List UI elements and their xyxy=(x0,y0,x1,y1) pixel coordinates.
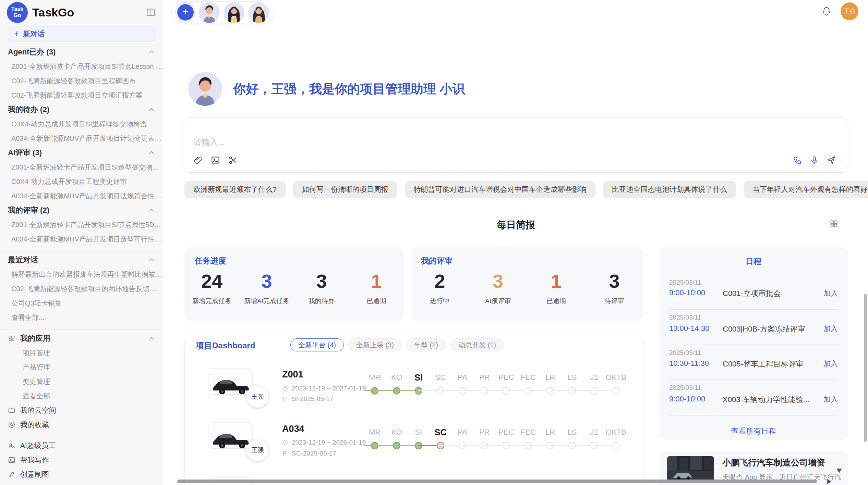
sidebar-task-item[interactable]: C02-飞腾新能源轻客改款项目立项汇报方案 xyxy=(0,88,163,102)
tab-all-new-platform[interactable]: 全新平台 (4) xyxy=(290,338,344,351)
logo-line1: Task xyxy=(11,6,23,12)
my-apps-header[interactable]: 我的应用 xyxy=(0,331,163,346)
agent-avatar-3[interactable] xyxy=(248,2,269,23)
section-title: 我的待办 (2) xyxy=(8,104,49,115)
ai-super-staff[interactable]: AI超级员工 xyxy=(0,438,163,453)
sidebar-task-item[interactable]: Z001-全新燃油皮卡产品开发项目SI节点Lesson Learn报告 xyxy=(0,59,163,74)
notification-bell-icon[interactable] xyxy=(821,6,832,16)
project-dates-row: 2023-12-19 ~ 2027-01-19 xyxy=(282,385,366,392)
stat-my-todo: 3我的待办 xyxy=(294,270,349,306)
suggestion-chip[interactable]: 欧洲新规最近颁布了什么? xyxy=(184,181,286,198)
stat-overdue: 1已逾期 xyxy=(349,270,404,306)
scroll-down-arrow[interactable] xyxy=(836,469,842,473)
app-window: Task Go TaskGo + 新对话 Agent已办 (3) Z001-全新… xyxy=(0,0,868,485)
sidebar-task-item[interactable]: Z001-全新燃油轻卡产品开发项目SI造型提交物评审 xyxy=(0,160,163,174)
microphone-icon[interactable] xyxy=(810,156,819,165)
greeting-row: 你好，王强，我是你的项目管理助理 小识 xyxy=(188,72,465,106)
recent-chat-item[interactable]: 解释最新出台的欧盟报废车法规再生塑料比例被调至15%... xyxy=(0,267,163,282)
scissors-icon[interactable] xyxy=(228,156,238,165)
project-image xyxy=(208,422,253,453)
scroll-right-arrow[interactable] xyxy=(827,479,831,484)
chevron-up-icon[interactable] xyxy=(148,207,155,214)
my-favorites-label: 我的收藏 xyxy=(20,420,49,430)
project-code[interactable]: Z001 xyxy=(282,369,303,380)
sidebar-task-item[interactable]: C0X4-动力总成开发项目工程变更评审 xyxy=(0,174,163,189)
view-all-schedule-link[interactable]: 查看所有日程 xyxy=(659,426,848,436)
tab-powertrain-dev[interactable]: 动总开发 (1) xyxy=(450,338,504,351)
sidebar-task-item[interactable]: A034-全新新能源MUV产品开发项目计划变更表编写 xyxy=(0,131,163,146)
news-title: 小鹏飞行汽车制造公司增资 xyxy=(722,457,825,468)
chevron-up-icon[interactable] xyxy=(148,106,155,113)
section-header-my-todo[interactable]: 我的待办 (2) xyxy=(0,102,163,117)
suggestion-chip[interactable]: 比亚迪全固态电池计划具体说了什么 xyxy=(603,181,736,198)
chevron-up-icon[interactable] xyxy=(148,335,155,342)
sidebar-task-item[interactable]: A034-全新新能源MUV产品开发项目法规符合性评审 xyxy=(0,189,163,203)
project-code[interactable]: A034 xyxy=(282,424,304,434)
section-header-my-review[interactable]: 我的评审 (2) xyxy=(0,203,163,217)
section-header-recent-chats[interactable]: 最近对话 xyxy=(0,253,163,267)
app-item-change-mgmt[interactable]: 变更管理 xyxy=(0,374,163,389)
section-header-agent-done[interactable]: Agent已办 (3) xyxy=(0,45,163,59)
join-link[interactable]: 加入 xyxy=(823,395,838,404)
agent-avatar-1[interactable] xyxy=(199,2,220,23)
milestone-timeline: MRKOSISCPAPRPECFECLRLSJ1OKTB xyxy=(364,371,641,399)
project-image xyxy=(208,368,253,399)
recent-chat-item[interactable]: C02-飞腾新能源轻客改款项目的闭环通告反馈情况 xyxy=(0,282,163,296)
suggestion-chips: 欧洲新规最近颁布了什么? 如何写一份清晰的项目周报 特朗普可能对进口汽车增税会对… xyxy=(184,181,868,198)
join-link[interactable]: 加入 xyxy=(823,359,838,369)
app-logo: Task Go xyxy=(7,2,28,23)
chevron-up-icon[interactable] xyxy=(148,149,155,156)
new-chat-button[interactable]: + 新对话 xyxy=(8,26,155,41)
add-conversation-button[interactable]: + xyxy=(177,4,194,21)
sidebar-task-item[interactable]: C02-飞腾新能源轻客改款项目里程碑画布 xyxy=(0,74,163,88)
agent-avatar-2[interactable] xyxy=(224,2,244,23)
sidebar-task-item[interactable]: A034-全新新能源MUV产品开发项目造型可行性评审 xyxy=(0,232,163,246)
send-icon[interactable] xyxy=(827,156,836,165)
pen-icon xyxy=(8,471,15,478)
sidebar-task-item[interactable]: Z001-全新燃油轻卡产品开发项目SI节点属性5D文件评审 xyxy=(0,217,163,232)
help-me-write[interactable]: 帮我写作 xyxy=(0,453,163,467)
suggestion-chip[interactable]: 特朗普可能对进口汽车增税会对中国车企造成哪些影响 xyxy=(405,181,595,198)
my-cloud-label: 我的云空间 xyxy=(20,406,56,415)
image-icon[interactable] xyxy=(211,156,220,165)
join-link[interactable]: 加入 xyxy=(823,288,838,298)
schedule-date: 2025/03/11 xyxy=(669,384,701,391)
chevron-up-icon[interactable] xyxy=(148,49,155,55)
my-favorites[interactable]: 我的收藏 xyxy=(0,418,163,432)
project-owner-badge: 王强 xyxy=(246,386,268,408)
suggestion-chip[interactable]: 如何写一份清晰的项目周报 xyxy=(293,181,397,198)
chevron-up-icon[interactable] xyxy=(148,257,155,263)
task-progress-card: 任务进度 24新增完成任务 3新增AI完成任务 3我的待办 1已逾期 xyxy=(184,247,404,321)
app-item-product-mgmt[interactable]: 产品管理 xyxy=(0,360,163,374)
vertical-scrollbar[interactable] xyxy=(864,294,867,442)
horizontal-scrollbar[interactable] xyxy=(177,480,817,483)
stat-in-progress: 2进行中 xyxy=(411,270,469,306)
sidebar-task-item[interactable]: C0X4-动力总成开发项目SI里程碑提交物检查 xyxy=(0,117,163,131)
clock-icon xyxy=(282,385,288,391)
creative-drawing[interactable]: 创意制图 xyxy=(0,467,163,482)
join-link[interactable]: 加入 xyxy=(823,324,838,334)
project-flag-row: SI-2025-05-17 xyxy=(282,395,333,403)
tab-all-new-body[interactable]: 全新上装 (3) xyxy=(348,338,402,351)
milestone-dot[interactable] xyxy=(612,442,620,449)
chat-input[interactable] xyxy=(193,137,673,147)
milestone-dot[interactable] xyxy=(612,387,620,395)
suggestion-chip[interactable]: 当下年轻人对汽车外观有怎样的喜好趋势 xyxy=(744,181,868,198)
schedule-event-name: X003-车辆动力学性能验... xyxy=(723,395,809,405)
help-me-write-label: 帮我写作 xyxy=(20,455,49,465)
user-avatar[interactable]: 王强 xyxy=(841,2,858,20)
sidebar-collapse-icon[interactable] xyxy=(146,7,156,17)
section-header-ai-review[interactable]: AI评审 (3) xyxy=(0,146,163,160)
paperclip-icon[interactable] xyxy=(193,156,203,165)
briefing-layout-icon[interactable] xyxy=(829,219,839,228)
recent-chat-view-all[interactable]: 查看全部... xyxy=(0,310,163,325)
news-image xyxy=(667,456,714,482)
dashboard-title: 项目Dashboard xyxy=(196,339,255,352)
section-title: Agent已办 (3) xyxy=(8,47,56,57)
tab-year-model[interactable]: 年型 (2) xyxy=(406,338,446,351)
app-item-project-mgmt[interactable]: 项目管理 xyxy=(0,346,163,360)
app-item-view-all[interactable]: 查看全部... xyxy=(0,389,163,403)
recent-chat-item[interactable]: 公司Q3轻卡销量 xyxy=(0,296,163,310)
my-cloud-space[interactable]: 我的云空间 xyxy=(0,403,163,418)
phone-icon[interactable] xyxy=(793,156,802,165)
